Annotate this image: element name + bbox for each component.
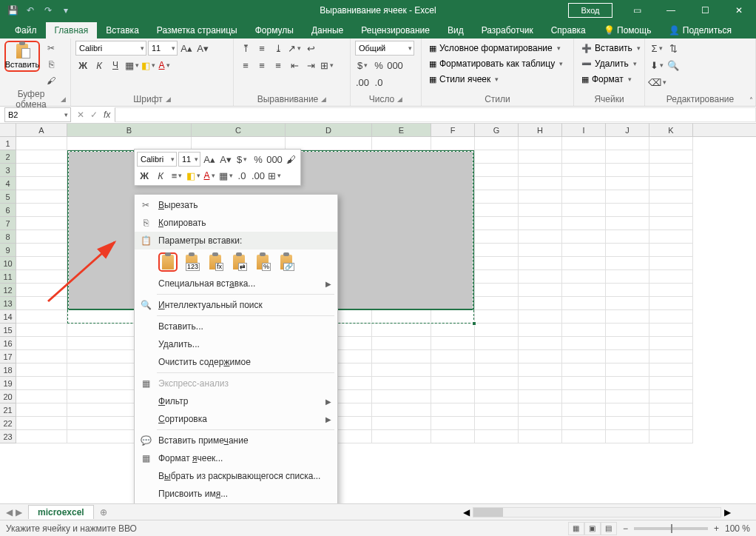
mini-border-icon[interactable]: ▦ xyxy=(218,168,233,183)
col-header-E[interactable]: E xyxy=(372,124,431,136)
cell[interactable] xyxy=(16,257,67,270)
cell[interactable] xyxy=(606,324,649,337)
cell[interactable] xyxy=(519,150,562,164)
row-header-10[interactable]: 10 xyxy=(0,257,16,270)
cell[interactable] xyxy=(649,417,693,430)
horizontal-scrollbar[interactable] xyxy=(473,507,721,517)
hscroll-left-icon[interactable]: ◀ xyxy=(460,507,473,517)
cell[interactable] xyxy=(606,270,649,284)
cell[interactable] xyxy=(475,337,519,350)
cell[interactable] xyxy=(16,284,67,297)
cell[interactable] xyxy=(475,137,519,150)
row-header-13[interactable]: 13 xyxy=(0,297,16,310)
cell[interactable] xyxy=(562,204,606,217)
cell[interactable] xyxy=(606,190,649,204)
cell[interactable] xyxy=(649,364,693,377)
autosum-icon[interactable]: Σ xyxy=(649,41,664,56)
zoom-out-icon[interactable]: − xyxy=(623,523,628,534)
row-header-1[interactable]: 1 xyxy=(0,137,16,150)
cell[interactable] xyxy=(649,244,693,257)
cell[interactable] xyxy=(372,430,431,443)
cell[interactable] xyxy=(649,297,693,310)
cell[interactable] xyxy=(606,257,649,270)
cell[interactable] xyxy=(16,217,67,230)
cell[interactable] xyxy=(606,244,649,257)
increase-indent-icon[interactable]: ⇥ xyxy=(303,58,318,73)
tab-help[interactable]: Справка xyxy=(542,22,595,38)
zoom-level[interactable]: 100 % xyxy=(725,523,750,534)
cell[interactable] xyxy=(519,284,562,297)
cell[interactable] xyxy=(562,310,606,324)
cell[interactable] xyxy=(475,297,519,310)
mini-increase-font-icon[interactable]: A▴ xyxy=(202,152,217,167)
cell[interactable] xyxy=(16,204,67,217)
increase-font-icon[interactable]: A▴ xyxy=(179,41,194,56)
cell[interactable] xyxy=(372,324,431,337)
cell[interactable] xyxy=(16,324,67,337)
clipboard-launcher-icon[interactable]: ◢ xyxy=(61,96,66,103)
cell[interactable] xyxy=(519,310,562,324)
cell[interactable] xyxy=(519,270,562,284)
cell[interactable] xyxy=(562,403,606,417)
font-family-combo[interactable]: Calibri xyxy=(75,41,146,56)
cell[interactable] xyxy=(562,337,606,350)
cell[interactable] xyxy=(606,403,649,417)
tab-view[interactable]: Вид xyxy=(439,22,473,38)
mini-dec-decimal-icon[interactable]: .0 xyxy=(234,168,249,183)
italic-icon[interactable]: К xyxy=(92,58,107,73)
align-left-icon[interactable]: ≡ xyxy=(238,58,253,73)
cell[interactable] xyxy=(562,217,606,230)
cm-cut[interactable]: ✂Вырезать xyxy=(135,196,337,214)
select-all-corner[interactable] xyxy=(0,124,16,136)
format-painter-icon[interactable]: 🖌 xyxy=(43,73,59,88)
cell[interactable] xyxy=(16,390,67,403)
new-sheet-icon[interactable]: ⊕ xyxy=(94,507,113,517)
cm-insert-comment[interactable]: 💬Вставить примечание xyxy=(135,432,337,449)
row-header-18[interactable]: 18 xyxy=(0,364,16,377)
normal-view-icon[interactable]: ▦ xyxy=(568,522,584,535)
row-header-7[interactable]: 7 xyxy=(0,217,16,230)
row-header-15[interactable]: 15 xyxy=(0,324,16,337)
undo-icon[interactable]: ↶ xyxy=(22,2,38,19)
accounting-icon[interactable]: $ xyxy=(355,58,370,73)
sort-filter-icon[interactable]: ⇅ xyxy=(666,41,681,56)
cell[interactable] xyxy=(649,190,693,204)
decrease-indent-icon[interactable]: ⇤ xyxy=(287,58,302,73)
close-button[interactable]: ✕ xyxy=(722,0,756,21)
cell[interactable] xyxy=(606,204,649,217)
col-header-A[interactable]: A xyxy=(16,124,67,136)
cell[interactable] xyxy=(475,417,519,430)
decrease-decimal-icon[interactable]: .0 xyxy=(371,75,386,90)
cell[interactable] xyxy=(16,430,67,443)
number-launcher-icon[interactable]: ◢ xyxy=(397,96,402,103)
cell[interactable] xyxy=(16,364,67,377)
cell[interactable] xyxy=(475,177,519,190)
cell[interactable] xyxy=(606,177,649,190)
cell[interactable] xyxy=(475,403,519,417)
sheet-nav-prev-icon[interactable]: ◀ xyxy=(6,507,13,517)
row-header-6[interactable]: 6 xyxy=(0,204,16,217)
cell[interactable] xyxy=(475,190,519,204)
row-header-14[interactable]: 14 xyxy=(0,310,16,324)
tab-layout[interactable]: Разметка страницы xyxy=(148,22,246,38)
minimize-button[interactable]: — xyxy=(654,0,688,21)
cell[interactable] xyxy=(519,177,562,190)
cell[interactable] xyxy=(649,284,693,297)
zoom-slider[interactable] xyxy=(634,527,708,530)
cell[interactable] xyxy=(562,244,606,257)
cell[interactable] xyxy=(372,337,431,350)
cell[interactable] xyxy=(475,377,519,390)
cell[interactable] xyxy=(519,190,562,204)
cell-styles-button[interactable]: ▦ Стили ячеек xyxy=(426,72,502,87)
cell[interactable] xyxy=(431,390,475,403)
cell[interactable] xyxy=(475,150,519,164)
cell[interactable] xyxy=(16,177,67,190)
comma-icon[interactable]: 000 xyxy=(388,58,402,73)
touch-mode-icon[interactable]: ▾ xyxy=(58,2,74,19)
cell[interactable] xyxy=(372,377,431,390)
sheet-tab-active[interactable]: microexcel xyxy=(28,505,94,519)
mini-font-combo[interactable]: Calibri xyxy=(137,152,177,167)
worksheet-grid[interactable]: ABCDEFGHIJK 1234567891011121314151617181… xyxy=(0,124,756,503)
copy-icon[interactable]: ⎘ xyxy=(43,57,59,72)
cell[interactable] xyxy=(606,164,649,177)
